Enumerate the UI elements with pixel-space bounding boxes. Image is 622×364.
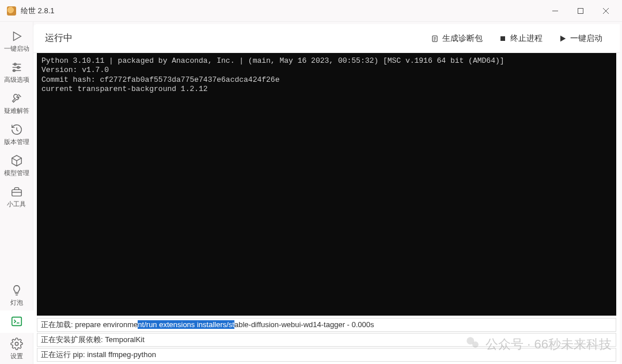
sidebar-item-tools[interactable]: 小工具 bbox=[0, 181, 33, 212]
play-icon bbox=[559, 35, 567, 43]
toolbar: 运行中 生成诊断包 终止进程 一键启动 bbox=[33, 24, 620, 53]
status-line-loading: 正在加载: prepare environment/run extensions… bbox=[37, 318, 616, 332]
history-icon bbox=[10, 123, 23, 136]
sidebar-item-versions[interactable]: 版本管理 bbox=[0, 119, 33, 150]
app-icon bbox=[7, 6, 16, 16]
status-text: 运行中 bbox=[45, 32, 73, 44]
sidebar-item-label: 一键启动 bbox=[4, 44, 29, 53]
sidebar-item-settings[interactable]: 设置 bbox=[0, 333, 33, 364]
gear-icon bbox=[10, 338, 23, 350]
svg-rect-24 bbox=[500, 36, 505, 41]
svg-marker-25 bbox=[560, 35, 566, 41]
svg-point-19 bbox=[15, 342, 18, 346]
sidebar: 一键启动 高级选项 疑难解答 版本管理 模型管理 小工具 灯泡 bbox=[0, 22, 33, 364]
sidebar-item-label: 小工具 bbox=[7, 200, 26, 208]
app-title: 绘世 2.8.1 bbox=[21, 6, 55, 16]
close-button[interactable] bbox=[593, 2, 619, 20]
sidebar-item-advanced[interactable]: 高级选项 bbox=[0, 56, 33, 88]
console-output[interactable]: Python 3.10.11 | packaged by Anaconda, I… bbox=[37, 53, 616, 316]
title-bar: 绘世 2.8.1 bbox=[0, 0, 622, 22]
svg-marker-4 bbox=[13, 32, 21, 41]
diagnose-button[interactable]: 生成诊断包 bbox=[425, 30, 488, 47]
sidebar-item-label: 模型管理 bbox=[4, 169, 29, 177]
sidebar-item-launch[interactable]: 一键启动 bbox=[0, 25, 33, 56]
button-label: 生成诊断包 bbox=[442, 33, 483, 44]
svg-line-13 bbox=[17, 130, 18, 131]
svg-rect-17 bbox=[12, 317, 21, 326]
button-label: 一键启动 bbox=[570, 33, 602, 44]
status-line-installing: 正在安装扩展依赖: TemporalKit bbox=[37, 333, 616, 347]
play-icon bbox=[10, 30, 23, 43]
sidebar-item-label: 灯泡 bbox=[10, 298, 23, 307]
status-line-pip: 正在运行 pip: install ffmpeg-python bbox=[37, 348, 616, 362]
status-text: able-diffusion-webui-wd14-tagger - 0.000… bbox=[234, 320, 374, 329]
toolbox-icon bbox=[10, 185, 23, 198]
launch-button[interactable]: 一键启动 bbox=[553, 30, 608, 47]
tools-icon bbox=[10, 92, 23, 105]
terminate-button[interactable]: 终止进程 bbox=[493, 30, 548, 47]
sidebar-item-bulb[interactable]: 灯泡 bbox=[0, 279, 33, 310]
lightbulb-icon bbox=[10, 284, 23, 297]
sidebar-item-terminal[interactable] bbox=[0, 310, 33, 333]
status-text: 正在加载: prepare environme bbox=[41, 320, 138, 329]
svg-rect-1 bbox=[578, 8, 583, 13]
maximize-button[interactable] bbox=[568, 2, 593, 20]
clipboard-icon bbox=[431, 35, 439, 43]
terminal-icon bbox=[10, 315, 23, 328]
sidebar-item-troubleshoot[interactable]: 疑难解答 bbox=[0, 88, 33, 119]
sidebar-item-label: 设置 bbox=[10, 352, 23, 361]
sidebar-item-models[interactable]: 模型管理 bbox=[0, 150, 33, 181]
cube-icon bbox=[10, 154, 23, 167]
minimize-button[interactable] bbox=[543, 2, 568, 20]
status-lines: 正在加载: prepare environment/run extensions… bbox=[33, 316, 620, 364]
stop-icon bbox=[499, 35, 507, 43]
main-panel: 运行中 生成诊断包 终止进程 一键启动 Python 3.10.11 | pac… bbox=[33, 24, 620, 364]
svg-rect-15 bbox=[12, 189, 21, 196]
status-highlight: nt/run extensions installers/st bbox=[138, 320, 234, 329]
sliders-icon bbox=[10, 61, 23, 74]
sidebar-item-label: 高级选项 bbox=[4, 75, 29, 84]
sidebar-item-label: 版本管理 bbox=[4, 138, 29, 146]
button-label: 终止进程 bbox=[510, 33, 543, 44]
sidebar-item-label: 疑难解答 bbox=[4, 107, 29, 115]
